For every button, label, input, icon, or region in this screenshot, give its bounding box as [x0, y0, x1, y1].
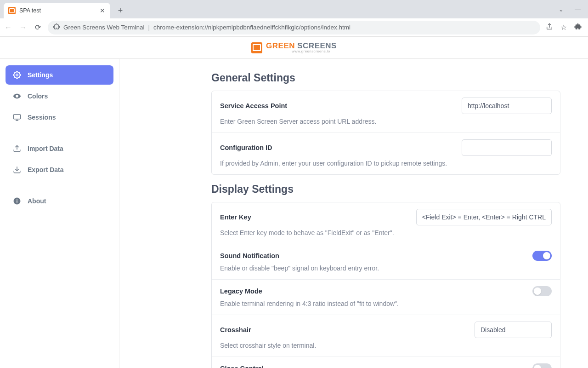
sidebar-item-colors[interactable]: Colors — [6, 86, 113, 106]
window-controls: ⌄ — — [559, 0, 588, 18]
sidebar-item-about[interactable]: About — [6, 191, 113, 211]
close-control-toggle[interactable] — [532, 363, 552, 368]
info-icon — [13, 197, 21, 205]
crosshair-select[interactable]: Disabled — [475, 322, 552, 338]
sound-notification-toggle[interactable] — [532, 251, 552, 261]
browser-tab[interactable]: SPA test ✕ — [4, 3, 110, 18]
row-description: Select Enter key mode to behave as "Fiel… — [220, 229, 552, 236]
svg-point-0 — [16, 74, 18, 76]
upload-icon — [13, 144, 21, 153]
svg-rect-3 — [17, 201, 17, 203]
row-label: Legacy Mode — [220, 288, 262, 295]
row-description: Enable or disable "beep" signal on keybo… — [220, 264, 552, 272]
row-description: Enable terminal rendering in 4:3 ratio i… — [220, 300, 552, 307]
sidebar-item-export[interactable]: Export Data — [6, 160, 113, 179]
tab-favicon — [8, 7, 16, 14]
eye-icon — [13, 92, 21, 100]
row-legacy-mode: Legacy Mode Enable terminal rendering in… — [212, 280, 560, 315]
row-description: If provided by Admin, enter your user co… — [220, 160, 552, 167]
row-label: Enter Key — [220, 213, 251, 221]
sidebar-item-label: Sessions — [28, 114, 56, 121]
gear-icon — [13, 71, 21, 79]
settings-content: General Settings Service Access Point En… — [119, 59, 588, 368]
browser-toolbar: ← → ⟳ Green Screens Web Terminal | chrom… — [0, 18, 588, 37]
enter-key-select[interactable]: <Field Exit> = Enter, <Enter> = Right CT… — [416, 209, 552, 225]
sidebar-item-label: Import Data — [28, 145, 63, 152]
address-bar[interactable]: Green Screens Web Terminal | chrome-exte… — [48, 21, 540, 34]
row-description: Select crosshair style on terminal. — [220, 342, 552, 349]
row-service-access-point: Service Access Point Enter Green Screen … — [212, 91, 560, 133]
sidebar-item-settings[interactable]: Settings — [6, 65, 113, 85]
row-configuration-id: Configuration ID If provided by Admin, e… — [212, 133, 560, 174]
sidebar-item-import[interactable]: Import Data — [6, 139, 113, 158]
brand-wordmark: GREEN SCREENS www.greenscreens.io — [266, 42, 337, 53]
extension-icon — [53, 23, 60, 31]
brand-header: GREEN SCREENS www.greenscreens.io — [0, 37, 588, 59]
section-title-display: Display Settings — [211, 183, 560, 196]
brand-logo-icon — [251, 42, 262, 53]
sidebar-item-label: Export Data — [28, 166, 64, 173]
service-access-point-input[interactable] — [462, 98, 552, 114]
general-card: Service Access Point Enter Green Screen … — [211, 91, 560, 175]
section-title-general: General Settings — [211, 72, 560, 84]
bookmark-star-icon[interactable]: ☆ — [560, 23, 567, 32]
svg-rect-4 — [17, 199, 17, 200]
row-close-control: Close Control Prevent from accidental cl… — [212, 357, 560, 368]
chevron-down-icon[interactable]: ⌄ — [559, 6, 564, 13]
back-button[interactable]: ← — [4, 23, 13, 32]
row-crosshair: Crosshair Disabled Select crosshair styl… — [212, 315, 560, 357]
address-url: chrome-extension://nlpkpemlpbdbnfiaednei… — [153, 24, 535, 31]
download-icon — [13, 166, 21, 174]
svg-rect-1 — [14, 115, 21, 119]
sidebar-item-sessions[interactable]: Sessions — [6, 108, 113, 127]
row-label: Service Access Point — [220, 102, 287, 109]
minimize-icon[interactable]: — — [575, 6, 581, 13]
monitor-icon — [13, 113, 21, 121]
row-description: Enter Green Screen Server access point U… — [220, 118, 552, 125]
new-tab-button[interactable]: + — [114, 4, 127, 17]
row-label: Close Control — [220, 365, 264, 368]
row-label: Crosshair — [220, 326, 251, 334]
tab-title: SPA test — [19, 7, 96, 14]
sidebar-item-label: Settings — [28, 71, 53, 79]
sidebar-item-label: About — [28, 197, 46, 205]
row-enter-key: Enter Key <Field Exit> = Enter, <Enter> … — [212, 202, 560, 244]
row-label: Sound Notification — [220, 252, 279, 259]
tab-close-icon[interactable]: ✕ — [99, 7, 106, 14]
row-sound-notification: Sound Notification Enable or disable "be… — [212, 244, 560, 280]
legacy-mode-toggle[interactable] — [532, 286, 552, 296]
share-icon[interactable] — [546, 23, 553, 32]
address-separator: | — [148, 24, 150, 31]
tab-bar: SPA test ✕ + ⌄ — — [0, 0, 588, 18]
sidebar-item-label: Colors — [28, 92, 48, 100]
row-label: Configuration ID — [220, 144, 272, 151]
extensions-icon[interactable] — [574, 23, 582, 32]
sidebar: Settings Colors Sessions — [0, 59, 119, 368]
display-card: Enter Key <Field Exit> = Enter, <Enter> … — [211, 202, 560, 368]
forward-button[interactable]: → — [18, 23, 28, 32]
address-extension-name: Green Screens Web Terminal — [63, 24, 145, 31]
configuration-id-input[interactable] — [462, 139, 552, 156]
reload-button[interactable]: ⟳ — [33, 23, 42, 32]
